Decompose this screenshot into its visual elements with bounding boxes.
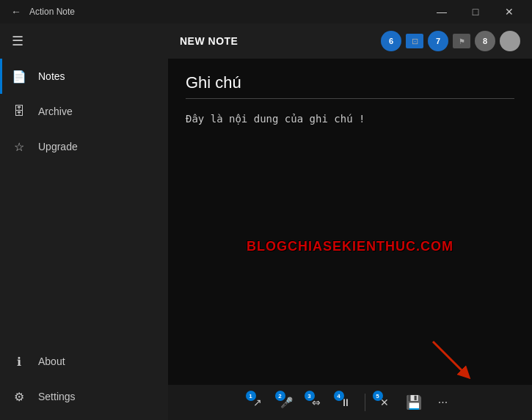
header-actions: 6 ⊡ 7 ⚑ 8 [381,31,520,51]
hamburger-icon[interactable]: ☰ [12,33,23,49]
toolbar-btn-2[interactable]: 2 🎤 [274,389,300,416]
more-button[interactable]: ··· [430,389,456,416]
avatar-btn[interactable] [500,31,520,51]
share-btn[interactable]: ⊡ [406,34,423,48]
settings-label: Settings [38,391,76,402]
toolbar-btn-1[interactable]: 1 ↗ [244,389,271,416]
content-header: NEW NOTE 6 ⊡ 7 ⚑ 8 [168,23,532,59]
settings-icon: ⚙ [12,390,26,404]
upgrade-icon: ☆ [12,140,26,154]
header-btn-7[interactable]: 7 [428,31,448,51]
sidebar-item-archive[interactable]: 🗄 Archive [0,94,168,129]
app-title: Action Note [26,7,425,17]
note-body-input[interactable]: Đây là nội dung của ghi chú ! [186,111,514,370]
sidebar-item-about[interactable]: ℹ About [0,344,168,379]
archive-icon: 🗄 [12,105,26,118]
more-icon: ··· [438,396,448,409]
toolbar-btn-5[interactable]: 5 ✕ [371,389,398,416]
maximize-button[interactable]: □ [459,0,492,23]
note-area: Đây là nội dung của ghi chú ! BLOGCHIASE… [168,59,532,385]
bottom-toolbar: 1 ↗ 2 🎤 3 ⇔ 4 ⏸ 5 ✕ 💾 [168,385,532,420]
close-button[interactable]: ✕ [492,0,526,23]
sidebar-nav: 📄 Notes 🗄 Archive ☆ Upgrade [0,59,168,344]
upgrade-label: Upgrade [38,141,78,152]
sidebar-item-notes[interactable]: 📄 Notes [0,59,168,94]
sidebar: ☰ 📄 Notes 🗄 Archive ☆ Upgrade ℹ About ⚙ [0,23,168,420]
sidebar-header: ☰ [0,23,168,59]
sidebar-bottom: ℹ About ⚙ Settings [0,344,168,420]
flag-btn[interactable]: ⚑ [453,34,470,48]
toolbar-btn-4[interactable]: 4 ⏸ [332,389,359,416]
back-button[interactable]: ← [6,1,26,22]
notes-icon: 📄 [12,70,26,84]
header-btn-6[interactable]: 6 [381,31,401,51]
save-button[interactable]: 💾 [401,389,427,416]
note-title-input[interactable] [186,73,514,99]
save-icon: 💾 [406,394,422,410]
header-btn-8[interactable]: 8 [475,31,495,51]
sidebar-item-upgrade[interactable]: ☆ Upgrade [0,129,168,164]
window-controls: — □ ✕ [425,0,526,23]
title-bar: ← Action Note — □ ✕ [0,0,532,23]
sidebar-item-settings[interactable]: ⚙ Settings [0,379,168,414]
archive-label: Archive [38,106,73,117]
new-note-title: NEW NOTE [180,35,238,47]
about-icon: ℹ [12,355,26,369]
main-content: NEW NOTE 6 ⊡ 7 ⚑ 8 [168,23,532,420]
notes-label: Notes [38,70,65,82]
about-label: About [38,355,65,367]
minimize-button[interactable]: — [425,0,459,23]
toolbar-divider [365,394,365,411]
toolbar-btn-3[interactable]: 3 ⇔ [303,389,329,416]
app-body: ☰ 📄 Notes 🗄 Archive ☆ Upgrade ℹ About ⚙ [0,23,532,420]
